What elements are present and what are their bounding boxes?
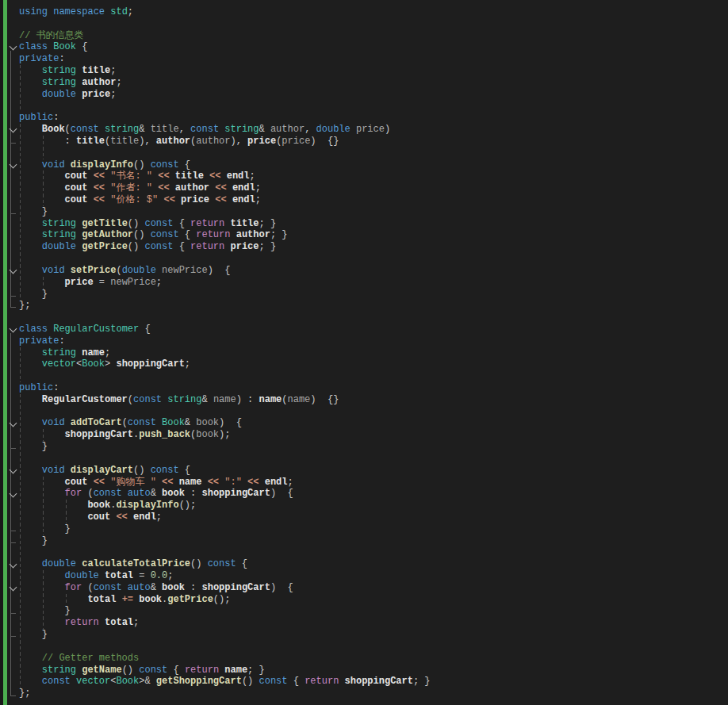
code-token: getPrice: [82, 241, 128, 252]
code-token: auto: [128, 488, 151, 499]
code-line[interactable]: private:: [19, 53, 728, 65]
code-token: <<: [94, 182, 105, 193]
code-line[interactable]: }: [19, 605, 728, 617]
code-token: ;: [105, 347, 110, 358]
code-line[interactable]: double price;: [19, 89, 728, 101]
code-line[interactable]: [19, 546, 728, 558]
code-line[interactable]: };: [19, 688, 728, 699]
code-token: string: [105, 124, 139, 135]
code-line[interactable]: for (const auto& book : shoppingCart) {: [19, 582, 728, 594]
code-token: <<: [247, 477, 259, 488]
code-line[interactable]: [19, 101, 728, 113]
code-token: return: [196, 229, 230, 240]
code-token: setPrice: [71, 265, 117, 276]
code-line[interactable]: string title;: [19, 65, 728, 77]
code-token: total: [105, 570, 133, 581]
code-line[interactable]: cout << "价格: $" << price << endl;: [19, 194, 728, 206]
code-line[interactable]: cout << "书名: " << title << endl;: [19, 171, 728, 182]
code-token: [87, 477, 93, 488]
code-line[interactable]: cout << "购物车 " << name << ":" << endl;: [19, 477, 728, 489]
code-line[interactable]: [19, 370, 728, 382]
code-line[interactable]: void displayInfo() const {: [19, 159, 728, 171]
code-line[interactable]: // 书的信息类: [19, 30, 728, 42]
code-token: Book: [116, 676, 139, 687]
indent-guide: [20, 417, 21, 429]
code-line[interactable]: [19, 18, 728, 30]
code-line[interactable]: string name;: [19, 347, 728, 359]
code-token: &: [151, 582, 162, 593]
code-line[interactable]: private:: [19, 335, 728, 347]
code-line[interactable]: void addToCart(const Book& book) {: [19, 417, 728, 429]
code-line[interactable]: public:: [19, 112, 728, 124]
code-token: ) {}: [310, 394, 339, 405]
code-line[interactable]: double total = 0.0;: [19, 570, 728, 582]
code-token: return: [190, 241, 224, 252]
code-line[interactable]: string getAuthor() const { return author…: [19, 229, 728, 241]
code-line[interactable]: // Getter methods: [19, 653, 728, 665]
code-line[interactable]: }: [19, 206, 728, 218]
code-token: [65, 465, 71, 476]
code-line[interactable]: price = newPrice;: [19, 277, 728, 289]
chevron-down-icon[interactable]: [10, 43, 17, 51]
code-line[interactable]: RegularCustomer(const string& name) : na…: [19, 394, 728, 406]
code-text-area[interactable]: using namespace std;// 书的信息类class Book {…: [19, 6, 728, 699]
code-line[interactable]: class Book {: [19, 41, 728, 53]
code-token: book: [162, 488, 185, 499]
code-line[interactable]: vector<Book> shoppingCart;: [19, 358, 728, 370]
code-token: [259, 477, 265, 488]
code-line[interactable]: }: [19, 535, 728, 547]
code-line[interactable]: string author;: [19, 77, 728, 89]
code-line[interactable]: cout << "作者: " << author << endl;: [19, 182, 728, 194]
indent-guide: [20, 148, 21, 159]
code-token: endl: [265, 477, 288, 488]
code-line[interactable]: using namespace std;: [19, 6, 728, 18]
code-token: [71, 676, 76, 687]
code-line[interactable]: double calculateTotalPrice() const {: [19, 558, 728, 570]
code-token: addToCart: [71, 417, 122, 428]
code-line[interactable]: double getPrice() const { return price; …: [19, 241, 728, 253]
indent-guide: [20, 241, 21, 253]
code-line[interactable]: [19, 312, 728, 324]
code-line[interactable]: }: [19, 629, 728, 641]
code-token: author: [270, 124, 305, 135]
code-line[interactable]: class RegularCustomer {: [19, 324, 728, 335]
code-line[interactable]: }: [19, 289, 728, 301]
code-line[interactable]: string getTitle() const { return title; …: [19, 218, 728, 230]
code-line[interactable]: };: [19, 300, 728, 312]
code-line[interactable]: }: [19, 523, 728, 535]
indent-guide: [20, 265, 21, 277]
code-token: }: [65, 605, 71, 616]
code-token: [65, 159, 71, 171]
code-token: [99, 570, 105, 581]
code-line[interactable]: shoppingCart.push_back(book);: [19, 429, 728, 441]
code-token: (: [116, 265, 121, 276]
code-line[interactable]: [19, 253, 728, 265]
code-token: double: [42, 241, 76, 252]
code-line[interactable]: for (const auto& book : shoppingCart) {: [19, 488, 728, 500]
code-line[interactable]: : title(title), author(author), price(pr…: [19, 136, 728, 148]
fold-range-guide: [10, 274, 16, 297]
chevron-down-icon[interactable]: [10, 325, 17, 333]
code-line[interactable]: total += book.getPrice();: [19, 594, 728, 606]
indent-guide: [20, 488, 21, 500]
code-line[interactable]: [19, 453, 728, 465]
code-line[interactable]: book.displayInfo();: [19, 500, 728, 512]
code-line[interactable]: [19, 406, 728, 418]
code-line[interactable]: return total;: [19, 617, 728, 629]
code-line[interactable]: void setPrice(double newPrice) {: [19, 265, 728, 277]
code-line[interactable]: }: [19, 441, 728, 453]
code-token: shoppingCart: [116, 358, 184, 370]
code-token: auto: [128, 582, 151, 593]
code-line[interactable]: [19, 641, 728, 653]
code-line[interactable]: cout << endl;: [19, 512, 728, 523]
code-line[interactable]: string getName() const { return name; }: [19, 665, 728, 676]
code-token: <<: [116, 512, 127, 523]
code-token: <<: [215, 182, 226, 193]
code-token: {: [179, 465, 190, 476]
code-token: [227, 194, 232, 205]
code-line[interactable]: void displayCart() const {: [19, 465, 728, 477]
code-line[interactable]: public:: [19, 382, 728, 394]
code-line[interactable]: const vector<Book>& getShoppingCart() co…: [19, 676, 728, 688]
code-line[interactable]: [19, 148, 728, 159]
code-line[interactable]: Book(const string& title, const string& …: [19, 124, 728, 136]
